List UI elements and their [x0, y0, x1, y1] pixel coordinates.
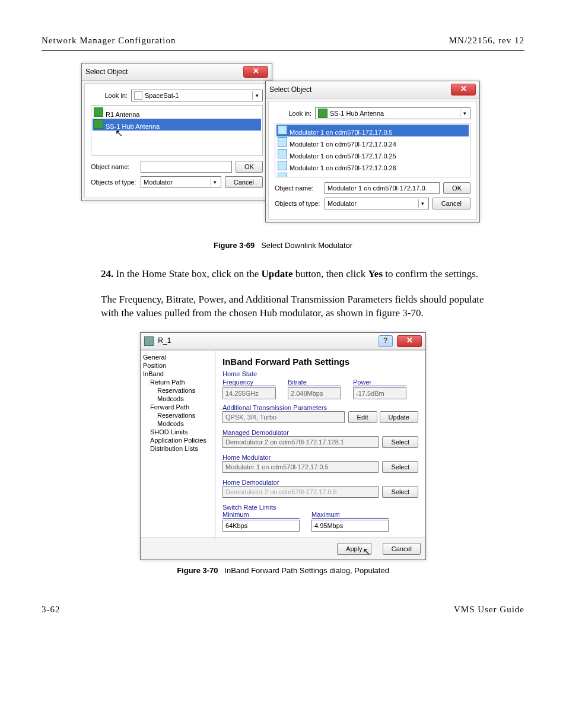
list-item[interactable]: Modulator 1 on cdm570l-172.17.0.27 — [276, 172, 469, 177]
step-24: 24. In the Home State box, click on the … — [101, 268, 501, 281]
maximum-field[interactable] — [311, 520, 389, 532]
antenna-icon — [94, 119, 103, 129]
list-item[interactable]: Modulator 1 on cdm570l-172.17.0.25 — [276, 148, 469, 160]
cancel-button[interactable]: Cancel — [383, 543, 421, 555]
list-item[interactable]: Modulator 1 on cdm570l-172.17.0.26 — [276, 160, 469, 172]
bitrate-field — [288, 387, 341, 399]
footer-left: 3-62 — [42, 605, 61, 615]
tree-node[interactable]: Distribution Lists — [143, 444, 212, 453]
power-label: Power — [353, 379, 406, 386]
dialog-title: R_1 — [158, 336, 171, 345]
switch-rate-limits-label: Switch Rate Limits — [222, 504, 418, 511]
objects-of-type-label: Objects of type: — [91, 179, 137, 186]
select-button[interactable]: Select — [382, 436, 418, 448]
frequency-field — [222, 387, 276, 399]
object-name-label: Object name: — [91, 163, 137, 170]
antenna-icon — [94, 107, 103, 117]
objects-of-type-combo[interactable]: Modulator ▾ — [141, 176, 221, 188]
chevron-down-icon: ▾ — [460, 109, 469, 117]
home-state-label: Home State — [222, 370, 418, 377]
managed-demod-field — [222, 436, 379, 448]
tree-node[interactable]: Return Path — [143, 378, 212, 386]
modulator-icon — [278, 137, 287, 147]
close-icon[interactable]: ✕ — [397, 335, 422, 347]
maximum-label: Maximum — [311, 511, 389, 519]
update-button[interactable]: Update — [380, 411, 418, 423]
chevron-down-icon: ▾ — [252, 91, 261, 100]
minimum-label: Minimum — [222, 511, 300, 519]
header-rule — [42, 50, 524, 51]
object-list[interactable]: Modulator 1 on cdm570l-172.17.0.5 Modula… — [275, 123, 470, 177]
list-item[interactable]: Modulator 1 on cdm570l-172.17.0.24 — [276, 136, 469, 148]
look-in-label: Look in: — [91, 92, 128, 99]
home-demod-label: Home Demodulator — [222, 479, 418, 486]
tree-node[interactable]: InBand — [143, 370, 212, 378]
select-button[interactable]: Select — [382, 461, 418, 473]
home-demod-field — [222, 486, 379, 498]
look-in-combo[interactable]: SS-1 Hub Antenna ▾ — [315, 107, 470, 119]
atp-label: Additional Transmission Parameters — [222, 404, 418, 411]
tree-node[interactable]: SHOD Limits — [143, 428, 212, 436]
tree-node[interactable]: Reservations — [143, 386, 212, 395]
header-right: MN/22156, rev 12 — [449, 36, 524, 46]
object-name-label: Object name: — [275, 185, 321, 192]
objects-of-type-label: Objects of type: — [275, 200, 321, 207]
app-icon — [144, 336, 154, 346]
step-24-para: The Frequency, Bitrate, Power, and Addit… — [101, 293, 501, 320]
chevron-down-icon: ▾ — [211, 178, 220, 186]
look-in-value: SS-1 Hub Antenna — [330, 110, 384, 117]
frequency-label: Frequency — [222, 379, 276, 386]
close-icon[interactable]: ✕ — [243, 66, 268, 78]
tree-node[interactable]: Modcods — [143, 395, 212, 403]
tree-node[interactable]: Forward Path — [143, 403, 212, 411]
figure-caption-69: Figure 3-69 Select Downlink Modulator — [42, 241, 524, 250]
minimum-field[interactable] — [222, 520, 300, 532]
cancel-button[interactable]: Cancel — [225, 176, 263, 188]
close-icon[interactable]: ✕ — [451, 84, 476, 96]
inband-forward-path-dialog: R_1 ? ✕ General Position InBand Return P… — [140, 332, 426, 560]
tree-node[interactable]: Modcods — [143, 419, 212, 428]
list-item[interactable]: Modulator 1 on cdm570l-172.17.0.5 — [276, 125, 469, 136]
objects-of-type-combo[interactable]: Modulator ▾ — [325, 198, 429, 209]
chevron-down-icon: ▾ — [418, 199, 427, 208]
home-mod-label: Home Modulator — [222, 454, 418, 461]
look-in-combo[interactable]: SpaceSat-1 ▾ — [131, 90, 263, 101]
dialog-title: Select Object — [269, 85, 311, 94]
ok-button[interactable]: OK — [236, 161, 263, 173]
modulator-icon — [278, 161, 287, 170]
modulator-icon — [278, 149, 287, 158]
select-object-dialog-right: Select Object ✕ Look in: SS-1 Hub Antenn… — [265, 81, 480, 222]
figure-caption-70: Figure 3-70 InBand Forward Path Settings… — [42, 566, 524, 575]
bitrate-label: Bitrate — [288, 379, 341, 386]
select-object-dialog-left: Select Object ✕ Look in: SpaceSat-1 ▾ R1… — [81, 63, 272, 201]
panel-heading: InBand Forward Path Settings — [222, 357, 418, 367]
atp-field — [222, 411, 345, 423]
edit-button[interactable]: Edit — [348, 411, 377, 423]
cancel-button[interactable]: Cancel — [433, 198, 470, 209]
select-button[interactable]: Select — [382, 486, 418, 498]
tree-node[interactable]: Application Policies — [143, 436, 212, 444]
look-in-label: Look in: — [275, 110, 311, 117]
power-field — [353, 387, 406, 399]
modulator-icon — [278, 125, 287, 135]
home-mod-field — [222, 461, 379, 473]
help-icon[interactable]: ? — [379, 335, 393, 347]
tree-node[interactable]: Reservations — [143, 411, 212, 419]
footer-right: VMS User Guide — [454, 605, 524, 615]
look-in-value: SpaceSat-1 — [145, 92, 179, 99]
tree-node[interactable]: Position — [143, 361, 212, 370]
object-name-input[interactable] — [325, 182, 440, 194]
tree-node[interactable]: General — [143, 353, 212, 361]
object-name-input[interactable] — [141, 161, 232, 173]
list-item[interactable]: R1 Antenna — [93, 107, 261, 119]
managed-demod-label: Managed Demodulator — [222, 429, 418, 436]
nav-tree[interactable]: General Position InBand Return Path Rese… — [141, 351, 215, 538]
header-left: Network Manager Configuration — [42, 36, 176, 46]
antenna-icon — [318, 109, 327, 118]
dialog-title: Select Object — [85, 68, 128, 76]
modulator-icon — [278, 173, 287, 177]
object-list[interactable]: R1 Antenna SS-1 Hub Antenna ↖ — [91, 105, 263, 156]
ok-button[interactable]: OK — [443, 182, 470, 194]
